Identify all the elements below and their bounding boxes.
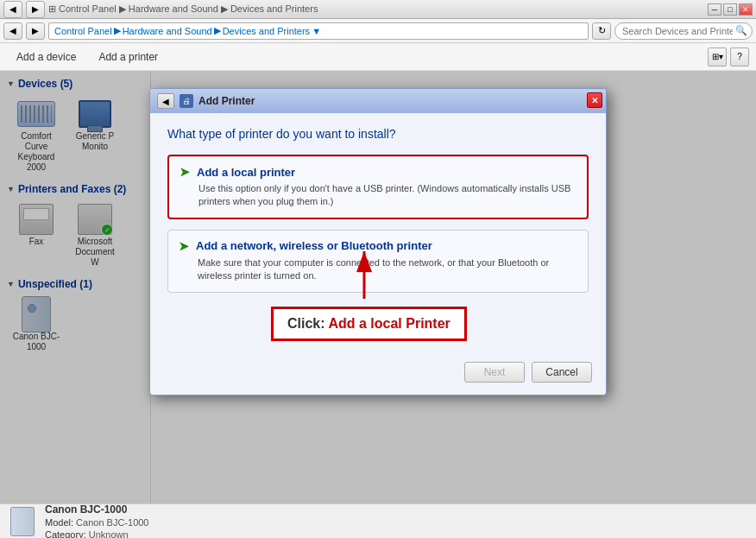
next-button[interactable]: Next xyxy=(464,362,525,383)
click-highlight: Add a local Printer xyxy=(328,316,450,331)
status-model: Model: Canon BJC-1000 xyxy=(45,517,148,528)
breadcrumb-hardware[interactable]: Hardware and Sound xyxy=(123,26,212,36)
add-printer-dialog: ◀ 🖨 Add Printer ✕ What type of printer d… xyxy=(149,88,607,396)
view-toggle-button[interactable]: ⊞▾ xyxy=(708,47,727,66)
search-container: 🔍 xyxy=(614,22,753,40)
dialog-backdrop: ◀ 🖨 Add Printer ✕ What type of printer d… xyxy=(0,71,756,503)
dialog-title: Add Printer xyxy=(198,95,255,107)
toolbar-right: ⊞▾ ? xyxy=(708,47,749,66)
minimize-button[interactable]: ─ xyxy=(708,3,721,16)
local-printer-option[interactable]: ➤ Add a local printer Use this option on… xyxy=(167,155,589,219)
dialog-titlebar: ◀ 🖨 Add Printer ✕ xyxy=(150,89,606,113)
model-value: Canon BJC-1000 xyxy=(76,517,148,528)
title-bar-left: ◀ ▶ ⊞ Control Panel ▶ Hardware and Sound… xyxy=(3,1,318,18)
address-path[interactable]: Control Panel ▶ Hardware and Sound ▶ Dev… xyxy=(48,22,589,40)
category-label: Category: xyxy=(45,529,86,539)
toolbar: Add a device Add a printer ⊞▾ ? xyxy=(0,43,756,71)
sep2: ▶ xyxy=(214,25,221,36)
forward-button[interactable]: ▶ xyxy=(26,1,45,18)
search-input[interactable] xyxy=(614,22,753,40)
status-device-name: Canon BJC-1000 xyxy=(45,503,148,516)
dialog-question: What type of printer do you want to inst… xyxy=(167,127,589,141)
help-button[interactable]: ? xyxy=(730,47,749,66)
dialog-body: What type of printer do you want to inst… xyxy=(150,113,606,355)
local-option-desc: Use this option only if you don't have a… xyxy=(180,182,576,209)
search-icon: 🔍 xyxy=(735,25,747,36)
local-option-arrow: ➤ xyxy=(180,165,190,179)
main-content: ▼ Devices (5) Comfort Curve Keyboard 200… xyxy=(0,71,756,503)
nav-forward[interactable]: ▶ xyxy=(26,22,45,40)
dialog-back-button[interactable]: ◀ xyxy=(157,93,174,109)
model-label: Model: xyxy=(45,517,73,528)
local-option-title: ➤ Add a local printer xyxy=(180,165,576,179)
click-label: Click: Add a local Printer xyxy=(287,316,450,331)
title-bar: ◀ ▶ ⊞ Control Panel ▶ Hardware and Sound… xyxy=(0,0,756,19)
dialog-close-button[interactable]: ✕ xyxy=(587,92,602,108)
close-window-button[interactable]: ✕ xyxy=(739,3,753,16)
breadcrumb-control-panel[interactable]: Control Panel xyxy=(54,26,112,36)
sep1: ▶ xyxy=(114,25,121,36)
dialog-footer: Next Cancel xyxy=(150,355,606,395)
maximize-button[interactable]: □ xyxy=(723,3,737,16)
cancel-button[interactable]: Cancel xyxy=(532,362,592,383)
red-arrow-svg xyxy=(295,243,399,303)
click-word: Click: xyxy=(287,316,325,331)
sep3: ▼ xyxy=(312,26,321,36)
back-button[interactable]: ◀ xyxy=(3,1,22,18)
window-title: ⊞ Control Panel ▶ Hardware and Sound ▶ D… xyxy=(48,3,318,15)
status-device-icon xyxy=(10,507,35,536)
status-category: Category: Unknown xyxy=(45,529,148,539)
breadcrumb-devices[interactable]: Devices and Printers xyxy=(223,26,311,36)
status-bar: Canon BJC-1000 Model: Canon BJC-1000 Cat… xyxy=(0,503,756,538)
address-bar: ◀ ▶ Control Panel ▶ Hardware and Sound ▶… xyxy=(0,19,756,43)
instruction-container: Click: Add a local Printer xyxy=(167,303,589,341)
category-value: Unknown xyxy=(89,529,129,539)
add-device-button[interactable]: Add a device xyxy=(7,47,85,67)
status-info: Canon BJC-1000 Model: Canon BJC-1000 Cat… xyxy=(45,503,148,539)
refresh-button[interactable]: ↻ xyxy=(592,22,611,40)
network-option-arrow: ➤ xyxy=(179,239,189,253)
nav-back[interactable]: ◀ xyxy=(3,22,22,40)
window-controls: ─ □ ✕ xyxy=(708,3,753,16)
printer-icon: 🖨 xyxy=(180,94,193,108)
click-instruction-box: Click: Add a local Printer xyxy=(271,307,467,341)
add-printer-button[interactable]: Add a printer xyxy=(89,47,167,67)
